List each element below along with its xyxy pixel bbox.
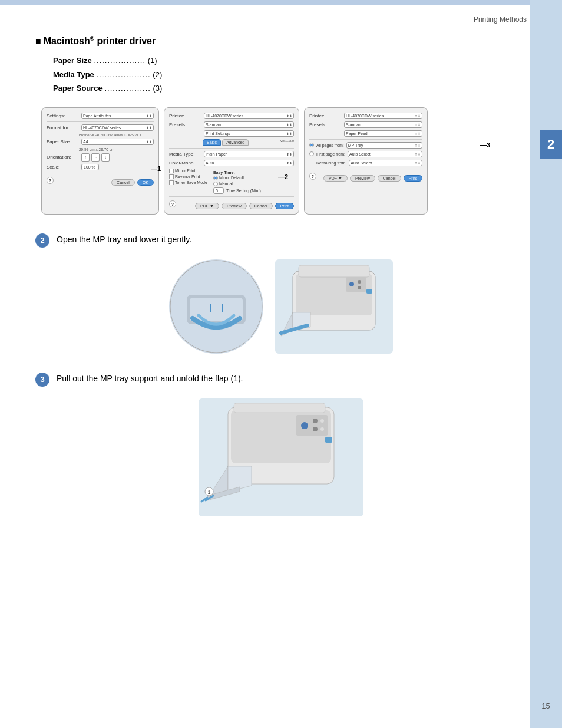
svg-point-9	[358, 280, 361, 284]
dialog1-help-btn[interactable]: ?	[47, 177, 54, 184]
dialog1-settings-select[interactable]: Page Attributes ⬆⬇	[81, 113, 154, 119]
feature-list: Paper Size ................... (1) Media…	[53, 54, 527, 95]
step2-images	[35, 259, 527, 354]
step2-badge: 2	[35, 233, 49, 248]
dialog2-printer-select[interactable]: HL-4070CDW series ⬆⬇	[204, 113, 294, 119]
dialog3-printer-row: Printer: HL-4070CDW series ⬆⬇	[309, 113, 422, 119]
dialog2-mediatype-select[interactable]: Plain Paper ⬆⬇	[204, 151, 294, 157]
dialog2-printer-row: Printer: HL-4070CDW series ⬆⬇	[169, 113, 294, 119]
dialog2-help-btn[interactable]: ?	[169, 200, 176, 207]
time-value[interactable]: 5	[213, 187, 224, 194]
dialog1-format-label: Format for:	[47, 125, 79, 130]
dialog3-paperfeed-select[interactable]: Paper Feed ⬆⬇	[344, 130, 422, 137]
svg-point-19	[320, 419, 324, 423]
dialog1-divider2	[47, 173, 154, 173]
step2-printer-image	[275, 259, 393, 354]
top-band	[0, 0, 562, 5]
chapter-tab: 2	[540, 130, 562, 159]
dialog3-printer-select[interactable]: HL-4070CDW series ⬆⬇	[344, 113, 422, 119]
step3-printer-image: 1	[199, 398, 363, 516]
main-content: ■ Macintosh® printer driver Paper Size .…	[0, 24, 562, 558]
step2-text: Open the MP tray and lower it gently.	[57, 232, 191, 244]
step2-circle-image	[169, 259, 263, 354]
svg-point-20	[320, 427, 324, 431]
annotation-1: —1	[151, 165, 161, 172]
dialog3-print-btn[interactable]: Print	[404, 175, 422, 182]
svg-text:1: 1	[207, 489, 210, 495]
svg-rect-14	[234, 403, 325, 413]
step3-images: 1	[35, 398, 527, 516]
reverse-print-cb[interactable]: Reverse Print	[169, 174, 207, 179]
landscape-btn[interactable]: →	[91, 153, 100, 162]
dialog1-papersize-select[interactable]: A4 ⬆⬇	[81, 139, 154, 145]
tab-advanced[interactable]: Advanced	[222, 139, 249, 146]
svg-rect-23	[325, 437, 332, 443]
dialog3-divider2	[309, 169, 422, 169]
feature-item-3: Paper Source ................. (3)	[53, 81, 527, 95]
dialog2-colormono-select[interactable]: Auto ⬆⬇	[204, 160, 294, 166]
dialog2-cancel-btn[interactable]: Cancel	[249, 203, 273, 209]
reverse-btn[interactable]: ↓	[101, 153, 110, 162]
tab-basic[interactable]: Basic	[203, 139, 221, 146]
dialog1-orientation-label: Orientation:	[47, 154, 79, 160]
dialog3-firstpage-select[interactable]: Auto Select ⬆⬇	[348, 151, 422, 157]
annotation-2: —2	[278, 173, 288, 180]
dialog2-print-btn[interactable]: Print	[275, 203, 294, 209]
dialog2-col1: Mirror Print Reverse Print Toner Save Mo…	[169, 169, 207, 194]
dialog2-presets-row: Presets: Standard ⬆⬇	[169, 121, 294, 128]
dialog3-printer-label: Printer:	[309, 113, 342, 118]
dialog3-preview-btn[interactable]: Preview	[350, 175, 375, 182]
dialog3-buttons: PDF ▼ Preview Cancel Print	[323, 175, 422, 182]
dialog3-allpages-label: All pages from:	[316, 143, 344, 147]
dialog-print-settings: Printer: HL-4070CDW series ⬆⬇ Presets: S…	[164, 107, 299, 215]
dialog2-printer-label: Printer:	[169, 113, 201, 118]
dialog1-scale-input[interactable]: 100 %	[81, 164, 99, 170]
dialog1-papersize-row: Paper Size: A4 ⬆⬇	[47, 139, 154, 145]
manual-cb[interactable]: Manual	[213, 182, 261, 186]
dialog2-preview-btn[interactable]: Preview	[222, 203, 247, 209]
dialog3-remaining-select[interactable]: Auto Select ⬆⬇	[349, 160, 422, 166]
dialog2-divider2	[169, 196, 294, 197]
dialog3-presets-select[interactable]: Standard ⬆⬇	[344, 121, 422, 128]
dialog3-divider	[309, 139, 422, 140]
mirror-default-cb[interactable]: Mirror Default	[213, 176, 261, 180]
dialog2-divider	[169, 148, 294, 149]
header: Printing Methods	[0, 5, 562, 24]
svg-point-8	[349, 282, 354, 286]
dialog3-allpages-select[interactable]: MP Tray ⬆⬇	[346, 142, 422, 149]
dialog1-footer: ? Cancel OK	[47, 176, 154, 186]
svg-point-16	[301, 422, 308, 429]
dialog2-colormono-row: Color/Mono: Auto ⬆⬇	[169, 160, 294, 166]
portrait-btn[interactable]: ↑	[81, 153, 90, 162]
step3-badge: 3	[35, 373, 49, 387]
dialog2-mediatype-label: Media Type:	[169, 151, 201, 157]
svg-point-10	[358, 286, 361, 289]
dialog3-remaining-row: Remaining from: Auto Select ⬆⬇	[309, 160, 422, 166]
dialog2-footer: ? PDF ▼ Preview Cancel Print	[169, 199, 294, 209]
dialog2-version: ver.1.3.0	[250, 139, 294, 144]
svg-point-17	[313, 419, 318, 423]
dialog1-scale-row: Scale: 100 %	[47, 164, 154, 170]
dialog2-pdf-btn[interactable]: PDF ▼	[195, 203, 219, 209]
dialog1-cups-text: BrotherHL-4070CDW series CUPS v1.1	[79, 133, 154, 137]
dialog3-help-btn[interactable]: ?	[309, 173, 316, 180]
dialog2-printsettings-select[interactable]: Print Settings ⬆⬇	[204, 130, 294, 137]
dialog1-orientation-btns: ↑ → ↓	[81, 153, 110, 162]
svg-point-18	[313, 427, 318, 431]
dialog1-scale-label: Scale:	[47, 164, 79, 170]
dialog1-ok-btn[interactable]: OK	[137, 179, 154, 186]
dialog1-buttons: Cancel OK	[111, 179, 154, 186]
page-number: 15	[530, 701, 562, 710]
toner-save-cb[interactable]: Toner Save Mode	[169, 180, 207, 185]
mirror-print-cb[interactable]: Mirror Print	[169, 169, 207, 173]
dialog3-pdf-btn[interactable]: PDF ▼	[323, 175, 348, 182]
dialog3-cancel-btn[interactable]: Cancel	[378, 175, 401, 182]
dialog2-presets-select[interactable]: Standard ⬆⬇	[204, 121, 294, 128]
dialog1-format-row: Format for: HL-4070CDW series ⬆⬇	[47, 124, 154, 131]
feature-item-2: Media Type .................... (2)	[53, 68, 527, 81]
dialogs-row: Settings: Page Attributes ⬆⬇ Format for:…	[41, 107, 527, 215]
dialog1-format-select[interactable]: HL-4070CDW series ⬆⬇	[81, 124, 154, 131]
dialog2-colormono-label: Color/Mono:	[169, 160, 201, 166]
dialog3-presets-label: Presets:	[309, 122, 342, 127]
dialog1-cancel-btn[interactable]: Cancel	[111, 179, 135, 186]
